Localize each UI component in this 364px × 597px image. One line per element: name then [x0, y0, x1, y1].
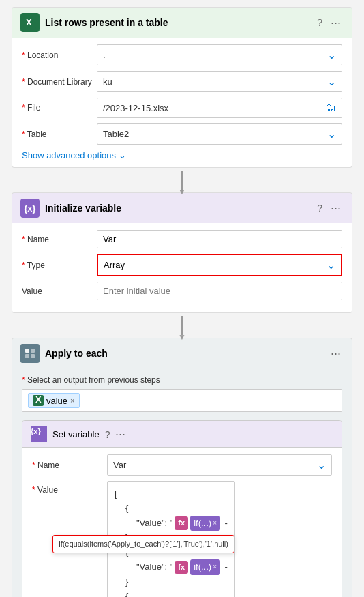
- set-name-label: Name: [32, 461, 107, 470]
- tag-close-icon[interactable]: ×: [70, 396, 74, 405]
- code-open-bracket: [: [115, 487, 228, 501]
- list-rows-menu-icon[interactable]: ···: [328, 14, 344, 31]
- svg-rect-5: [31, 354, 35, 358]
- set-var-menu-icon[interactable]: ···: [112, 426, 128, 442]
- code-value-prefix-2: "Value": ": [136, 560, 172, 574]
- advanced-options-link[interactable]: Show advanced options ⌄: [22, 150, 342, 160]
- advanced-options-label: Show advanced options: [22, 150, 116, 160]
- if-badge-1-label: if(...): [194, 516, 211, 531]
- connector-line-1: [181, 171, 183, 190]
- var-type-value: Array: [104, 260, 125, 270]
- set-variable-title: Set variable: [52, 429, 100, 439]
- tooltip-box: if(equals(items('Apply_to_each')?['1'],'…: [52, 535, 234, 554]
- set-variable-card: {x} Set variable ? ··· Name Var ⌄: [22, 420, 342, 597]
- var-type-arrow-icon: ⌄: [327, 259, 335, 272]
- var-type-dropdown[interactable]: Array ⌄: [97, 254, 342, 276]
- doclibrary-arrow-icon: ⌄: [327, 75, 336, 88]
- location-dropdown[interactable]: . ⌄: [97, 44, 342, 65]
- code-editor[interactable]: [ { "Value": " fx if(...) × -: [107, 481, 235, 597]
- location-value: .: [103, 50, 106, 60]
- set-name-value: Var: [113, 460, 126, 470]
- tag-label: value: [46, 396, 67, 406]
- set-var-icon: {x}: [31, 427, 41, 435]
- list-rows-header-icons: ? ···: [317, 14, 344, 31]
- doclibrary-row: Document Library ku ⌄: [22, 71, 342, 92]
- code-brace-3-open: {: [115, 589, 228, 597]
- if-badge-1-close-icon[interactable]: ×: [213, 518, 217, 529]
- location-label: Location: [22, 50, 97, 60]
- apply-each-menu-icon[interactable]: ···: [328, 345, 344, 362]
- file-value: /2023-12-15.xlsx: [103, 103, 168, 113]
- list-rows-help-icon[interactable]: ?: [317, 17, 322, 28]
- var-type-label: Type: [22, 261, 97, 270]
- apply-to-each-title: Apply to each: [45, 348, 322, 359]
- var-value-label: Value: [22, 287, 97, 296]
- var-value-row: Value: [22, 282, 342, 300]
- table-row: Table Table2 ⌄: [22, 123, 342, 145]
- excel-icon: X: [24, 16, 36, 29]
- init-var-menu-icon[interactable]: ···: [328, 200, 344, 217]
- table-label: Table: [22, 130, 97, 139]
- connector-line-2: [181, 316, 183, 335]
- location-row: Location . ⌄: [22, 44, 342, 65]
- list-rows-header: X List rows present in a table ? ···: [12, 7, 352, 38]
- if-badge-2-label: if(...): [194, 560, 211, 574]
- init-variable-card: {x} Initialize variable ? ··· Name Type …: [12, 192, 352, 313]
- var-name-row: Name: [22, 230, 342, 248]
- tag-excel-icon: X: [33, 395, 44, 406]
- svg-rect-4: [25, 354, 29, 358]
- set-name-dropdown[interactable]: Var ⌄: [107, 454, 332, 476]
- code-value-line-2: "Value": " fx if(...) × -: [115, 559, 228, 575]
- code-value-suffix-1: -: [222, 516, 228, 531]
- var-value-input[interactable]: [97, 282, 342, 300]
- apply-to-each-body: Select an output from previous steps X v…: [12, 368, 352, 597]
- file-picker-icon: 🗂: [325, 102, 336, 114]
- svg-rect-3: [31, 349, 35, 353]
- tag-container: X value ×: [22, 389, 342, 412]
- connector-2: [181, 313, 183, 338]
- init-variable-body: Name Type Array ⌄ Value: [12, 223, 352, 313]
- init-var-icon: {x}: [24, 203, 35, 214]
- fx-badge-2[interactable]: fx: [175, 561, 188, 574]
- svg-rect-2: [25, 349, 29, 353]
- if-badge-1[interactable]: if(...) ×: [190, 516, 220, 532]
- file-row: File /2023-12-15.xlsx 🗂: [22, 98, 342, 118]
- svg-text:X: X: [26, 17, 32, 27]
- location-arrow-icon: ⌄: [327, 48, 336, 61]
- tag-excel-inner-icon: X: [34, 396, 42, 405]
- set-var-header-icons: ? ···: [105, 427, 128, 441]
- var-type-row: Type Array ⌄: [22, 254, 342, 276]
- set-name-arrow-icon: ⌄: [317, 458, 326, 471]
- code-brace-1-open: {: [115, 501, 228, 516]
- apply-to-each-card: Apply to each ··· Select an output from …: [12, 338, 352, 597]
- var-name-label: Name: [22, 235, 97, 244]
- value-tag: X value ×: [28, 393, 80, 408]
- code-value-suffix-2: -: [222, 560, 228, 574]
- file-control[interactable]: /2023-12-15.xlsx 🗂: [97, 98, 342, 118]
- excel-icon-box: X: [20, 13, 40, 32]
- doclibrary-label: Document Library: [22, 77, 97, 87]
- connector-1: [181, 168, 183, 192]
- doclibrary-value: ku: [103, 76, 112, 87]
- select-output-label: Select an output from previous steps: [22, 375, 342, 385]
- var-name-input[interactable]: [97, 230, 342, 248]
- set-var-icon-box: {x}: [31, 426, 47, 442]
- svg-text:X: X: [35, 396, 42, 405]
- set-name-row: Name Var ⌄: [32, 454, 332, 476]
- init-var-icon-box: {x}: [20, 199, 40, 218]
- table-dropdown[interactable]: Table2 ⌄: [97, 123, 342, 145]
- set-variable-header: {x} Set variable ? ···: [22, 421, 342, 448]
- if-badge-2-close-icon[interactable]: ×: [213, 562, 217, 572]
- fx-badge-1[interactable]: fx: [175, 516, 188, 530]
- apply-each-icon: [24, 347, 36, 360]
- apply-to-each-header: Apply to each ···: [12, 338, 352, 368]
- advanced-options-chevron-icon: ⌄: [119, 150, 126, 160]
- file-label: File: [22, 103, 97, 113]
- set-var-help-icon[interactable]: ?: [105, 429, 110, 440]
- doclibrary-dropdown[interactable]: ku ⌄: [97, 71, 342, 92]
- apply-each-icon-box: [20, 344, 40, 363]
- init-var-help-icon[interactable]: ?: [317, 203, 322, 214]
- if-badge-2[interactable]: if(...) ×: [190, 559, 220, 575]
- set-value-row: Value [ { "Value": " fx if(...) ×: [32, 481, 332, 597]
- init-var-header-icons: ? ···: [317, 200, 344, 217]
